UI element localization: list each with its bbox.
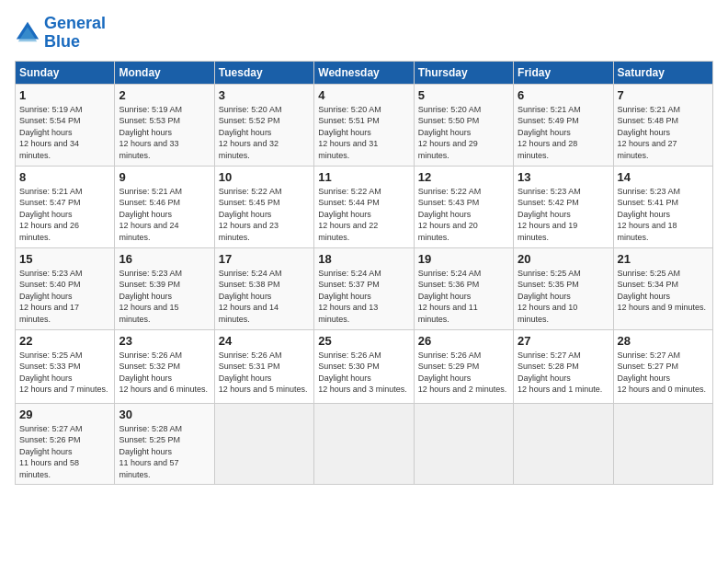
calendar-cell: 29Sunrise: 5:27 AMSunset: 5:26 PMDayligh… [16, 403, 115, 485]
calendar-cell [314, 403, 414, 485]
calendar-cell: 26Sunrise: 5:26 AMSunset: 5:29 PMDayligh… [414, 329, 513, 403]
day-info: Sunrise: 5:28 AMSunset: 5:25 PMDaylight … [119, 424, 182, 479]
calendar-cell: 15Sunrise: 5:23 AMSunset: 5:40 PMDayligh… [16, 247, 115, 329]
header: General Blue [15, 15, 713, 52]
week-row-2: 8Sunrise: 5:21 AMSunset: 5:47 PMDaylight… [16, 166, 713, 247]
day-info: Sunrise: 5:21 AMSunset: 5:46 PMDaylight … [119, 187, 182, 242]
col-header-friday: Friday [514, 61, 613, 84]
day-info: Sunrise: 5:27 AMSunset: 5:27 PMDaylight … [618, 350, 707, 395]
day-number: 4 [318, 88, 409, 102]
day-info: Sunrise: 5:23 AMSunset: 5:41 PMDaylight … [618, 187, 681, 242]
calendar-cell: 17Sunrise: 5:24 AMSunset: 5:38 PMDayligh… [214, 247, 313, 329]
logo-text: General Blue [44, 15, 106, 52]
calendar-cell: 24Sunrise: 5:26 AMSunset: 5:31 PMDayligh… [214, 329, 313, 403]
calendar-cell: 20Sunrise: 5:25 AMSunset: 5:35 PMDayligh… [514, 247, 613, 329]
day-number: 21 [618, 252, 709, 266]
day-number: 15 [19, 252, 110, 266]
day-info: Sunrise: 5:26 AMSunset: 5:29 PMDaylight … [418, 350, 507, 395]
col-header-tuesday: Tuesday [214, 61, 313, 84]
calendar-cell: 12Sunrise: 5:22 AMSunset: 5:43 PMDayligh… [414, 166, 513, 247]
day-number: 23 [119, 334, 210, 348]
day-info: Sunrise: 5:22 AMSunset: 5:45 PMDaylight … [219, 187, 282, 242]
calendar-cell: 16Sunrise: 5:23 AMSunset: 5:39 PMDayligh… [115, 247, 214, 329]
calendar-cell: 18Sunrise: 5:24 AMSunset: 5:37 PMDayligh… [314, 247, 414, 329]
day-number: 8 [19, 170, 110, 184]
day-number: 5 [418, 88, 509, 102]
col-header-sunday: Sunday [16, 61, 115, 84]
page-container: General Blue SundayMondayTuesdayWednesda… [0, 0, 728, 494]
calendar-cell: 28Sunrise: 5:27 AMSunset: 5:27 PMDayligh… [613, 329, 712, 403]
calendar-cell: 5Sunrise: 5:20 AMSunset: 5:50 PMDaylight… [414, 84, 513, 166]
day-info: Sunrise: 5:23 AMSunset: 5:39 PMDaylight … [119, 269, 182, 324]
calendar-cell: 21Sunrise: 5:25 AMSunset: 5:34 PMDayligh… [613, 247, 712, 329]
day-number: 7 [618, 88, 709, 102]
calendar-cell: 4Sunrise: 5:20 AMSunset: 5:51 PMDaylight… [314, 84, 414, 166]
day-info: Sunrise: 5:24 AMSunset: 5:38 PMDaylight … [219, 269, 282, 324]
calendar-cell: 3Sunrise: 5:20 AMSunset: 5:52 PMDaylight… [214, 84, 313, 166]
calendar-table: SundayMondayTuesdayWednesdayThursdayFrid… [15, 61, 713, 486]
logo-blue: Blue [44, 32, 80, 51]
calendar-cell: 1Sunrise: 5:19 AMSunset: 5:54 PMDaylight… [16, 84, 115, 166]
day-number: 25 [318, 334, 409, 348]
calendar-cell: 14Sunrise: 5:23 AMSunset: 5:41 PMDayligh… [613, 166, 712, 247]
col-header-thursday: Thursday [414, 61, 513, 84]
logo-icon [15, 20, 40, 46]
day-number: 20 [518, 252, 609, 266]
calendar-cell: 10Sunrise: 5:22 AMSunset: 5:45 PMDayligh… [214, 166, 313, 247]
day-info: Sunrise: 5:20 AMSunset: 5:51 PMDaylight … [318, 105, 381, 160]
calendar-cell: 25Sunrise: 5:26 AMSunset: 5:30 PMDayligh… [314, 329, 414, 403]
day-number: 28 [618, 334, 709, 348]
calendar-cell: 13Sunrise: 5:23 AMSunset: 5:42 PMDayligh… [514, 166, 613, 247]
calendar-cell [214, 403, 313, 485]
calendar-cell [414, 403, 513, 485]
day-number: 6 [518, 88, 609, 102]
day-number: 16 [119, 252, 210, 266]
calendar-cell: 6Sunrise: 5:21 AMSunset: 5:49 PMDaylight… [514, 84, 613, 166]
day-info: Sunrise: 5:20 AMSunset: 5:50 PMDaylight … [418, 105, 482, 160]
day-number: 13 [518, 170, 609, 184]
day-info: Sunrise: 5:19 AMSunset: 5:54 PMDaylight … [19, 105, 83, 160]
day-info: Sunrise: 5:25 AMSunset: 5:35 PMDaylight … [518, 269, 581, 324]
calendar-cell: 9Sunrise: 5:21 AMSunset: 5:46 PMDaylight… [115, 166, 214, 247]
day-number: 10 [219, 170, 310, 184]
calendar-cell: 22Sunrise: 5:25 AMSunset: 5:33 PMDayligh… [16, 329, 115, 403]
col-header-monday: Monday [115, 61, 214, 84]
calendar-cell: 19Sunrise: 5:24 AMSunset: 5:36 PMDayligh… [414, 247, 513, 329]
calendar-cell [613, 403, 712, 485]
column-headers: SundayMondayTuesdayWednesdayThursdayFrid… [16, 61, 713, 84]
day-info: Sunrise: 5:27 AMSunset: 5:28 PMDaylight … [518, 350, 602, 395]
calendar-cell: 30Sunrise: 5:28 AMSunset: 5:25 PMDayligh… [115, 403, 214, 485]
day-info: Sunrise: 5:20 AMSunset: 5:52 PMDaylight … [219, 105, 282, 160]
day-number: 2 [119, 88, 210, 102]
col-header-saturday: Saturday [613, 61, 712, 84]
day-info: Sunrise: 5:19 AMSunset: 5:53 PMDaylight … [119, 105, 182, 160]
day-number: 14 [618, 170, 709, 184]
day-info: Sunrise: 5:26 AMSunset: 5:30 PMDaylight … [318, 350, 407, 395]
calendar-cell: 7Sunrise: 5:21 AMSunset: 5:48 PMDaylight… [613, 84, 712, 166]
day-number: 19 [418, 252, 509, 266]
calendar-cell: 27Sunrise: 5:27 AMSunset: 5:28 PMDayligh… [514, 329, 613, 403]
day-info: Sunrise: 5:24 AMSunset: 5:36 PMDaylight … [418, 269, 482, 324]
calendar-cell: 2Sunrise: 5:19 AMSunset: 5:53 PMDaylight… [115, 84, 214, 166]
day-info: Sunrise: 5:22 AMSunset: 5:43 PMDaylight … [418, 187, 482, 242]
day-number: 9 [119, 170, 210, 184]
day-info: Sunrise: 5:21 AMSunset: 5:48 PMDaylight … [618, 105, 681, 160]
calendar-cell [514, 403, 613, 485]
week-row-5: 29Sunrise: 5:27 AMSunset: 5:26 PMDayligh… [16, 403, 713, 485]
day-number: 22 [19, 334, 110, 348]
day-info: Sunrise: 5:21 AMSunset: 5:49 PMDaylight … [518, 105, 581, 160]
day-info: Sunrise: 5:25 AMSunset: 5:34 PMDaylight … [618, 269, 707, 313]
day-info: Sunrise: 5:21 AMSunset: 5:47 PMDaylight … [19, 187, 83, 242]
calendar-cell: 23Sunrise: 5:26 AMSunset: 5:32 PMDayligh… [115, 329, 214, 403]
day-number: 18 [318, 252, 409, 266]
day-info: Sunrise: 5:22 AMSunset: 5:44 PMDaylight … [318, 187, 381, 242]
col-header-wednesday: Wednesday [314, 61, 414, 84]
day-info: Sunrise: 5:23 AMSunset: 5:40 PMDaylight … [19, 269, 83, 324]
day-info: Sunrise: 5:23 AMSunset: 5:42 PMDaylight … [518, 187, 581, 242]
day-number: 27 [518, 334, 609, 348]
day-number: 24 [219, 334, 310, 348]
day-number: 1 [19, 88, 110, 102]
day-info: Sunrise: 5:26 AMSunset: 5:31 PMDaylight … [219, 350, 308, 395]
day-number: 11 [318, 170, 409, 184]
day-number: 12 [418, 170, 509, 184]
